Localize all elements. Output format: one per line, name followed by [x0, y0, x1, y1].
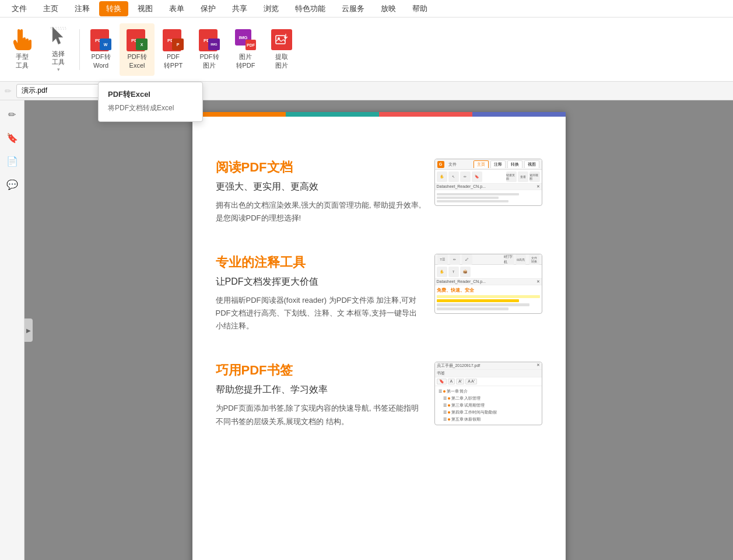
pdf-to-ppt-button[interactable]: PDF P PDF转PPT [156, 23, 191, 76]
pw-tool2-1: T☰ [437, 254, 448, 265]
section-1-text: 阅读PDF文档 更强大、更实用、更高效 拥有出色的文档渲染效果,强大的页面管理功… [216, 159, 423, 225]
pw-titlebar-2: T☰ ✏ 🖊 Ⅱ打字机 ⊟高亮 文件转换 [435, 254, 542, 265]
pw-logo-1: G [437, 161, 444, 168]
pw-tab-home: 主页 [474, 160, 489, 168]
sidebar-bookmark-icon[interactable]: 🔖 [3, 128, 22, 147]
section-1-subtitle: 更强大、更实用、更高效 [216, 181, 423, 193]
pdf-top-bar [192, 112, 566, 117]
tooltip-title: PDF转Excel [99, 87, 202, 102]
main-layout: ✏ 🔖 📄 💬 ▶ 阅读PDF文档 更强大、更实用、更高效 [0, 100, 733, 560]
menu-file[interactable]: 文件 [5, 1, 34, 16]
menu-home[interactable]: 主页 [36, 1, 65, 16]
bar-red [379, 112, 472, 117]
section-3-desc: 为PDF页面添加书签,除了实现内容的快速导航, 书签还能指明不同书签的层级关系,… [216, 402, 423, 428]
menu-form[interactable]: 表单 [162, 1, 191, 16]
extract-img-icon [271, 29, 292, 50]
menu-annotate[interactable]: 注释 [68, 1, 97, 16]
tooltip-dropdown: PDF转Excel 将PDF文档转成Excel [98, 82, 203, 122]
pw-tool2-convert: 文件转换 [529, 254, 539, 265]
image-to-pdf-button[interactable]: IMG PDF 图片转PDF [228, 23, 263, 76]
pw-toolbar-2: ✋ T 📦 [435, 265, 542, 279]
bm-content: ☰ 第一章 简介 ☰ 第二章 入职管理 ☰ [435, 386, 542, 425]
bm-chapter-1: ☰ 第一章 简介 [437, 388, 540, 395]
pencil-icon: ✏ [5, 86, 12, 96]
left-sidebar: ✏ 🔖 📄 💬 [0, 100, 24, 560]
pw-tool2-hand: ✋ [437, 267, 447, 277]
pdf-to-image-button[interactable]: PDF IMG PDF转图片 [192, 23, 227, 76]
preview-window-3: 员工手册_20120917.pdf✕ 书签 🔖 A A' A A' ☰ [434, 362, 542, 425]
section-3-subtitle: 帮助您提升工作、学习效率 [216, 384, 423, 396]
menu-protect[interactable]: 保护 [194, 1, 223, 16]
pw-content-1 [435, 190, 542, 205]
menu-convert[interactable]: 转换 [99, 1, 128, 16]
bm-dot-3 [448, 404, 450, 407]
menu-cloud[interactable]: 云服务 [335, 1, 371, 16]
bm-chapter-2-label: 第二章 入职管理 [451, 396, 481, 401]
extract-image-button[interactable]: 提取图片 [264, 23, 299, 76]
bm-chapter-5: ☰ 第五章 休薪假期 [441, 416, 540, 423]
section-1-desc: 拥有出色的文档渲染效果,强大的页面管理功能, 帮助提升效率,是您阅读PDF的理想… [216, 199, 423, 225]
extract-img-label: 提取图片 [275, 52, 288, 69]
content-area: ▶ 阅读PDF文档 更强大、更实用、更高效 拥有出色的文档渲染效果,强大的页面管… [24, 100, 733, 560]
section-1-inner: 阅读PDF文档 更强大、更实用、更高效 拥有出色的文档渲染效果,强大的页面管理功… [216, 159, 542, 225]
pw-orange-text: 免费、快速、安全 [437, 287, 540, 293]
pw-line-1 [437, 193, 520, 195]
sidebar-edit-icon[interactable]: ✏ [3, 105, 22, 124]
sidebar-comment-icon[interactable]: 💬 [3, 175, 22, 194]
preview-window-1: G 文件 主页 注释 转换 视图 ✋ ↖ ✏ 🔖 [434, 159, 542, 206]
pw-tool2-print: Ⅱ打字机 [504, 254, 514, 265]
preview-window-2: T☰ ✏ 🖊 Ⅱ打字机 ⊟高亮 文件转换 ✋ T 📦 [434, 254, 542, 314]
toolbar-divider-1 [79, 29, 80, 70]
pw-tool-hand: ✋ [437, 172, 447, 182]
pdf-to-word-button[interactable]: PDF W PDF转Word [83, 23, 118, 76]
pw-tool-zoom: 查看 [518, 172, 528, 182]
pdf-section-2: 专业的注释工具 让PDF文档发挥更大价值 使用福昕PDF阅读器(foxit re… [216, 254, 542, 332]
tooltip-desc: 将PDF文档转成Excel [99, 102, 202, 117]
pw-tool-stamp: 🔖 [472, 172, 482, 182]
pdf-to-excel-button[interactable]: PDF X PDF转Excel [120, 23, 155, 76]
menu-browse[interactable]: 浏览 [257, 1, 286, 16]
hand-tool-label: 手型工具 [16, 52, 29, 69]
menu-help[interactable]: 帮助 [405, 1, 434, 16]
bm-chapter-5-label: 第五章 休薪假期 [451, 416, 481, 422]
img-pdf-icon: IMG PDF [235, 29, 256, 50]
collapse-button[interactable]: ▶ [24, 318, 33, 342]
pw-tool2-high: ⊟高亮 [515, 254, 526, 265]
section-2-text: 专业的注释工具 让PDF文档发挥更大价值 使用福昕PDF阅读器(foxit re… [216, 254, 423, 332]
menu-present[interactable]: 放映 [374, 1, 403, 16]
section-3-text: 巧用PDF书签 帮助您提升工作、学习效率 为PDF页面添加书签,除了实现内容的快… [216, 362, 423, 428]
bm-toolbar-row: 🔖 A A' A A' [435, 377, 542, 386]
bm-chapter-3: ☰ 第三章 试用期管理 [441, 402, 540, 409]
section-2-desc: 使用福昕PDF阅读器(foxit reader) 为PDF文件添 加注释,可对P… [216, 294, 423, 332]
pw-tool-more: 返回视图 [529, 172, 540, 182]
pw-right-tools-1: 链接页面 查看 返回视图 [506, 172, 540, 182]
section-1-title: 阅读PDF文档 [216, 159, 423, 176]
toolbar-group-tools: 手型工具 选择工具 ▾ PDF W PDF转Word [5, 23, 299, 76]
pw-titlebar-1: G 文件 主页 注释 转换 视图 [435, 159, 542, 170]
pw-highlight-2 [437, 299, 520, 302]
pw-line-gray [437, 303, 529, 306]
select-tool-button[interactable]: 选择工具 ▾ [41, 23, 76, 76]
pw-tool2-t: T [448, 267, 459, 277]
select-icon [48, 27, 69, 47]
bm-dot-2 [448, 397, 450, 400]
bm-dot-5 [448, 418, 450, 421]
pw-tool2-box: 📦 [460, 267, 471, 277]
bm-chapter-1-label: 第一章 简介 [447, 388, 468, 394]
pdf-word-label: PDF转Word [92, 52, 111, 69]
pdf-section-3: 巧用PDF书签 帮助您提升工作、学习效率 为PDF页面添加书签,除了实现内容的快… [216, 362, 542, 428]
bm-chapter-3-label: 第三章 试用期管理 [451, 402, 485, 408]
menu-share[interactable]: 共享 [225, 1, 254, 16]
pw-line-2 [437, 197, 499, 199]
sidebar-page-icon[interactable]: 📄 [3, 152, 22, 170]
hand-tool-button[interactable]: 手型工具 [5, 23, 40, 76]
pdf-img-icon: PDF IMG [199, 29, 220, 50]
pw-line-3 [437, 200, 509, 202]
pw-tab-view: 视图 [524, 160, 539, 168]
menu-feature[interactable]: 特色功能 [288, 1, 332, 16]
section-2-title: 专业的注释工具 [216, 254, 423, 271]
menu-view[interactable]: 视图 [131, 1, 160, 16]
pdf-excel-icon: PDF X [127, 29, 148, 50]
img-pdf-label: 图片转PDF [236, 52, 255, 69]
bm-btn-3: A' [456, 379, 464, 384]
